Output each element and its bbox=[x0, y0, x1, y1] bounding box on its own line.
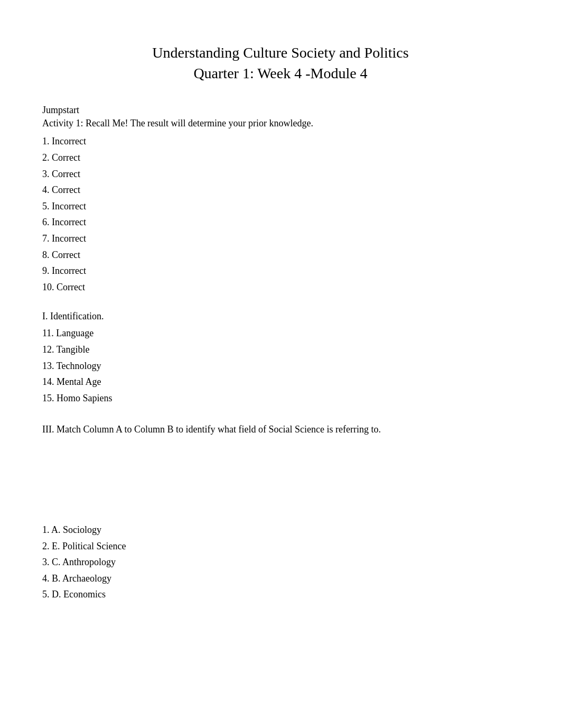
jumpstart-label: Jumpstart bbox=[42, 105, 519, 116]
identification-answer-14: 14. Mental Age bbox=[42, 374, 519, 390]
recall-answers-list: 1. Incorrect 2. Correct 3. Correct 4. Co… bbox=[42, 133, 519, 295]
recall-answer-1: 1. Incorrect bbox=[42, 133, 519, 150]
identification-list: 11. Language 12. Tangible 13. Technology… bbox=[42, 325, 519, 406]
identification-section-title: I. Identification. bbox=[42, 311, 519, 322]
recall-answer-4: 4. Correct bbox=[42, 182, 519, 198]
recall-answer-9: 9. Incorrect bbox=[42, 263, 519, 279]
recall-answer-3: 3. Correct bbox=[42, 166, 519, 182]
recall-answer-8: 8. Correct bbox=[42, 247, 519, 263]
match-instruction: III. Match Column A to Column B to ident… bbox=[42, 422, 519, 437]
identification-answer-13: 13. Technology bbox=[42, 358, 519, 374]
match-answer-1: 1. A. Sociology bbox=[42, 522, 519, 538]
match-answer-4: 4. B. Archaeology bbox=[42, 570, 519, 587]
recall-answer-10: 10. Correct bbox=[42, 279, 519, 296]
match-answer-5: 5. D. Economics bbox=[42, 586, 519, 603]
identification-answer-12: 12. Tangible bbox=[42, 342, 519, 358]
recall-answer-7: 7. Incorrect bbox=[42, 231, 519, 247]
match-answer-3: 3. C. Anthropology bbox=[42, 554, 519, 570]
match-answer-2: 2. E. Political Science bbox=[42, 538, 519, 555]
recall-answer-5: 5. Incorrect bbox=[42, 198, 519, 215]
recall-answer-6: 6. Incorrect bbox=[42, 214, 519, 231]
page-title: Understanding Culture Society and Politi… bbox=[42, 42, 519, 84]
identification-answer-11: 11. Language bbox=[42, 325, 519, 342]
identification-answer-15: 15. Homo Sapiens bbox=[42, 390, 519, 407]
activity1-label: Activity 1: Recall Me! The result will d… bbox=[42, 118, 519, 129]
recall-answer-2: 2. Correct bbox=[42, 150, 519, 166]
match-answers-list: 1. A. Sociology 2. E. Political Science … bbox=[42, 522, 519, 603]
